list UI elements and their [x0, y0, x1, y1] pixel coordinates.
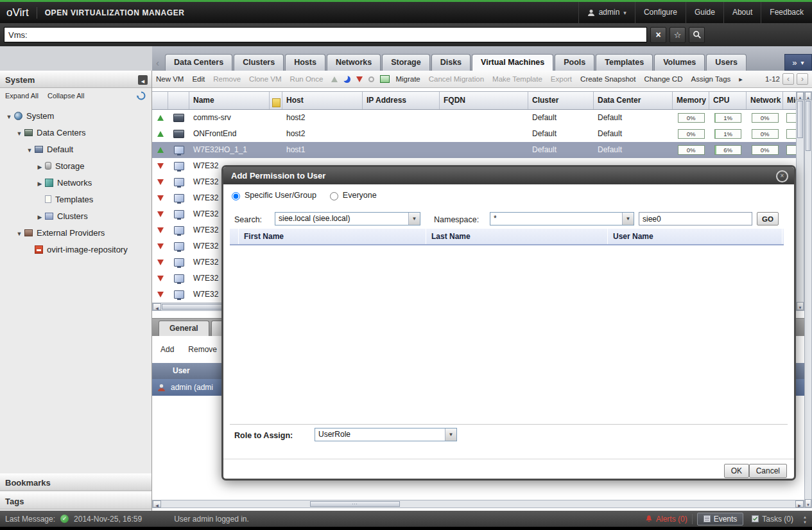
tree-item-templates[interactable]: Templates — [0, 191, 151, 208]
clear-search-button[interactable] — [650, 27, 666, 43]
tab-scroll-left-icon[interactable] — [156, 58, 159, 67]
tab-storage[interactable]: Storage — [382, 54, 430, 71]
vm-table-vertical-scrollbar[interactable] — [796, 91, 804, 311]
search-button[interactable] — [689, 27, 705, 43]
expander-open-icon[interactable] — [4, 111, 14, 121]
search-input[interactable] — [4, 27, 647, 42]
tab-clusters[interactable]: Clusters — [234, 54, 284, 71]
dialog-column-header-first-name[interactable]: First Name — [239, 229, 426, 244]
tree-item-ovirt-image-repository[interactable]: ovirt-image-repository — [0, 241, 151, 258]
scrollbar-thumb[interactable] — [806, 101, 811, 151]
bookmarks-section[interactable]: Bookmarks — [0, 473, 151, 491]
column-header-cpu[interactable]: CPU — [709, 92, 747, 109]
detail-tab-general[interactable]: General — [159, 321, 209, 336]
dialog-column-header-last-name[interactable]: Last Name — [426, 229, 608, 244]
tree-item-default[interactable]: Default — [0, 141, 151, 157]
expand-status-panel-button[interactable] — [803, 514, 807, 524]
tab-scroll-right-icon[interactable] — [792, 58, 797, 67]
header-nav-guide[interactable]: Guide — [686, 2, 723, 23]
toolbar-new-vm-button[interactable]: New VM — [156, 75, 184, 83]
expander-closed-icon[interactable] — [35, 161, 45, 171]
column-header-data-center[interactable]: Data Center — [594, 92, 673, 109]
expander-closed-icon[interactable] — [35, 178, 45, 188]
radio-input-specific-user-group[interactable] — [232, 192, 240, 200]
alerts-indicator[interactable]: Alerts (0) — [645, 515, 687, 524]
search-domain-select[interactable]: siee.local (siee.local) — [275, 212, 420, 225]
tab-templates[interactable]: Templates — [596, 54, 653, 71]
tree-item-system[interactable]: System — [0, 107, 151, 124]
sidebar-collapse-button[interactable] — [138, 75, 148, 85]
bookmark-search-button[interactable] — [669, 27, 686, 43]
user-menu[interactable]: admin — [578, 2, 635, 23]
column-header-memory[interactable]: Memory — [673, 92, 709, 109]
tab-networks[interactable]: Networks — [327, 54, 381, 71]
radio-specific-user-group[interactable]: Specific User/Group — [229, 190, 316, 200]
vm-table-row[interactable]: W7E32HO_1_1host1DefaultDefault0%6%0% — [152, 142, 796, 158]
column-header-cluster[interactable]: Cluster — [528, 92, 594, 109]
toolbar-console-icon-button[interactable] — [380, 75, 390, 84]
column-header-fqdn[interactable]: FQDN — [440, 92, 528, 109]
toolbar-suspend-icon-button[interactable] — [343, 75, 350, 83]
page-prev-button[interactable] — [782, 73, 794, 85]
toolbar-create-snapshot-button[interactable]: Create Snapshot — [580, 75, 635, 83]
header-nav-about[interactable]: About — [723, 2, 761, 23]
page-next-button[interactable] — [797, 73, 808, 85]
expander-open-icon[interactable] — [24, 145, 35, 154]
expand-all-link[interactable]: Expand All — [5, 92, 39, 100]
tree-item-external-providers[interactable]: External Providers — [0, 224, 151, 241]
column-header-ip-address[interactable]: IP Address — [363, 92, 440, 109]
toolbar-run-icon-button[interactable] — [331, 75, 338, 83]
toolbar-remove-button[interactable]: Remove — [213, 75, 241, 83]
toolbar-migrate-button[interactable]: Migrate — [395, 75, 420, 83]
toolbar-assign-tags-button[interactable]: Assign Tags — [691, 75, 730, 83]
toolbar-more-icon-button[interactable] — [739, 75, 743, 83]
tab-data-centers[interactable]: Data Centers — [165, 54, 232, 71]
column-header-blank[interactable] — [270, 92, 282, 109]
header-nav-feedback[interactable]: Feedback — [761, 2, 812, 23]
toolbar-change-cd-button[interactable]: Change CD — [644, 75, 682, 83]
panel-horizontal-scrollbar[interactable] — [152, 500, 804, 508]
column-header-blank[interactable] — [152, 92, 168, 109]
column-header-blank[interactable] — [168, 92, 189, 109]
expander-closed-icon[interactable] — [35, 211, 45, 221]
scrollbar-thumb[interactable] — [310, 501, 400, 507]
tree-item-networks[interactable]: Networks — [0, 174, 151, 191]
user-results-body[interactable] — [230, 247, 784, 423]
toolbar-clone-vm-button[interactable]: Clone VM — [249, 75, 282, 83]
namespace-select[interactable]: * — [490, 212, 634, 225]
toolbar-cancel-migration-button[interactable]: Cancel Migration — [429, 75, 484, 83]
tree-item-storage[interactable]: Storage — [0, 157, 151, 174]
toolbar-make-template-button[interactable]: Make Template — [492, 75, 542, 83]
go-button[interactable]: GO — [757, 212, 779, 225]
column-header-host[interactable]: Host — [282, 92, 363, 109]
expander-open-icon[interactable] — [14, 228, 24, 238]
vm-table-row[interactable]: comms-srvhost2DefaultDefault0%1%0% — [152, 110, 796, 126]
column-header-network[interactable]: Network — [747, 92, 783, 109]
column-header-name[interactable]: Name — [189, 92, 270, 109]
toolbar-reboot-icon-button[interactable] — [368, 75, 374, 83]
dialog-close-button[interactable] — [776, 170, 788, 182]
toolbar-edit-button[interactable]: Edit — [192, 75, 205, 83]
tree-item-data-centers[interactable]: Data Centers — [0, 124, 151, 141]
refresh-icon[interactable] — [136, 91, 146, 101]
role-select[interactable]: UserRole — [315, 428, 457, 441]
tab-hosts[interactable]: Hosts — [285, 54, 325, 71]
header-nav-configure[interactable]: Configure — [635, 2, 686, 23]
tab-virtual-machines[interactable]: Virtual Machines — [472, 54, 553, 71]
radio-input-everyone[interactable] — [330, 192, 338, 200]
tab-volumes[interactable]: Volumes — [654, 54, 705, 71]
ok-button[interactable]: OK — [724, 464, 749, 478]
tags-section[interactable]: Tags — [0, 492, 151, 509]
tab-disks[interactable]: Disks — [431, 54, 471, 71]
events-indicator[interactable]: Events — [697, 513, 744, 526]
permissions-add-button[interactable]: Add — [160, 345, 174, 354]
dialog-column-header-user-name[interactable]: User Name — [608, 229, 782, 244]
collapse-all-link[interactable]: Collapse All — [48, 92, 84, 100]
search-query-input[interactable] — [639, 212, 752, 225]
last-message-text[interactable]: User admin logged in. — [174, 515, 249, 524]
tab-overflow-menu[interactable] — [784, 54, 812, 71]
toolbar-run-once-button[interactable]: Run Once — [290, 75, 324, 83]
toolbar-export-button[interactable]: Export — [551, 75, 572, 83]
cancel-button[interactable]: Cancel — [749, 464, 787, 478]
tab-dropdown-icon[interactable] — [801, 58, 804, 67]
